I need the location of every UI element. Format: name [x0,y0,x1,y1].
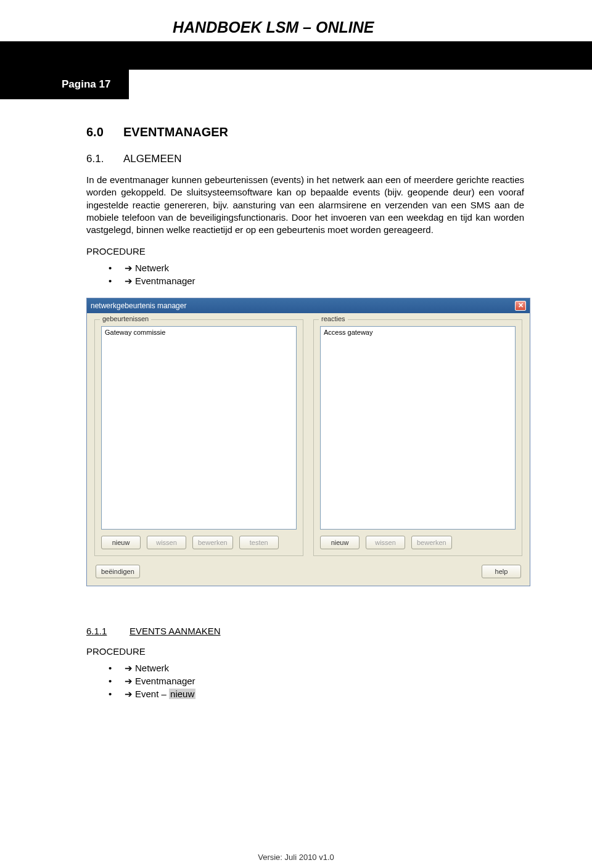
section-title: EVENTS AANMAKEN [130,626,221,636]
arrow-icon: ➔ [125,276,133,286]
procedure-item-text: Eventmanager [135,276,195,286]
reactions-fieldset: reacties Access gateway nieuw wissen bew… [313,319,522,556]
procedure-item: ➔Netwerk [109,263,524,274]
section-title: ALGEMEEN [123,153,181,165]
arrow-icon: ➔ [125,263,133,273]
document-title: HANDBOEK LSM – ONLINE [62,18,530,36]
section-heading-6-1: 6.1.ALGEMEEN [86,153,524,165]
page-number-tab: Pagina 17 [0,70,129,99]
new-button[interactable]: nieuw [320,536,360,549]
procedure-item: ➔Netwerk [109,663,524,674]
section-number: 6.0 [86,125,123,139]
section-heading-6-1-1: 6.1.1EVENTS AANMAKEN [86,626,524,636]
procedure-list: ➔Netwerk ➔Eventmanager ➔Event – nieuw [86,663,524,700]
dialog-window: netwerkgebeurtenis manager ✕ gebeurtenis… [86,298,530,586]
procedure-item-text: Netwerk [135,263,169,273]
reactions-legend: reacties [319,315,348,322]
list-item[interactable]: Access gateway [324,329,512,336]
body-paragraph: In de eventmanager kunnen gebeurtenissen… [86,174,524,236]
procedure-item-text: Event – [135,689,169,699]
events-listbox[interactable]: Gateway commissie [101,326,297,530]
arrow-icon: ➔ [125,663,133,673]
edit-button[interactable]: bewerken [411,536,452,549]
header-bar: Pagina 17 [0,41,592,70]
procedure-item-text: Eventmanager [135,676,195,686]
procedure-item: ➔Event – nieuw [109,689,524,700]
list-item[interactable]: Gateway commissie [105,329,293,336]
arrow-icon: ➔ [125,676,133,686]
section-number: 6.1. [86,153,123,165]
events-fieldset: gebeurtenissen Gateway commissie nieuw w… [94,319,303,556]
procedure-item: ➔Eventmanager [109,676,524,687]
procedure-label: PROCEDURE [86,246,524,256]
edit-button[interactable]: bewerken [192,536,233,549]
delete-button[interactable]: wissen [366,536,405,549]
procedure-item-text: Netwerk [135,663,169,673]
dialog-title: netwerkgebeurtenis manager [91,301,186,310]
close-icon[interactable]: ✕ [515,301,526,311]
arrow-icon: ➔ [125,689,133,699]
test-button[interactable]: testen [239,536,279,549]
highlighted-text: nieuw [169,689,195,699]
reactions-listbox[interactable]: Access gateway [320,326,516,530]
section-title: EVENTMANAGER [123,125,228,139]
page-footer: Versie: Juli 2010 v1.0 [0,853,592,862]
help-button[interactable]: help [482,565,521,578]
procedure-item: ➔Eventmanager [109,276,524,287]
delete-button[interactable]: wissen [147,536,186,549]
section-heading-6-0: 6.0EVENTMANAGER [86,125,524,139]
new-button[interactable]: nieuw [101,536,141,549]
events-legend: gebeurtenissen [100,315,151,322]
close-dialog-button[interactable]: beëindigen [96,565,140,578]
section-number: 6.1.1 [86,626,130,636]
procedure-list: ➔Netwerk ➔Eventmanager [86,263,524,287]
dialog-titlebar: netwerkgebeurtenis manager ✕ [87,298,530,313]
procedure-label: PROCEDURE [86,646,524,657]
